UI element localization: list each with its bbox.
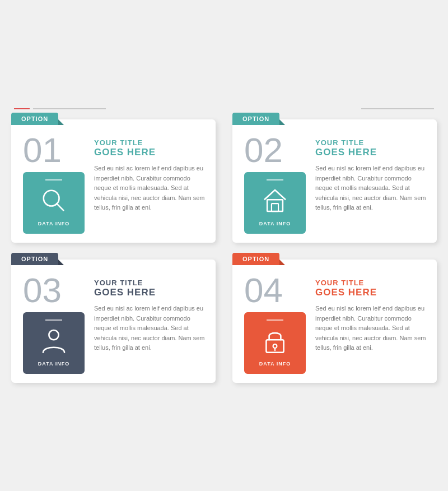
- card-1-title-1: YOUR TITLE: [94, 138, 207, 147]
- cards-grid: OPTION 01 DATA INFO YOUR TITLE GO: [11, 119, 437, 383]
- card-2-inner: 02 DATA INFO YOUR TITLE GOES HERE: [232, 119, 437, 243]
- card-2-right: YOUR TITLE GOES HERE Sed eu nisl ac lore…: [315, 133, 428, 234]
- card-2-body: Sed eu nisl ac lorem leif end dapibus eu…: [315, 164, 428, 213]
- card-2-tab: OPTION: [232, 113, 279, 125]
- card-1-icon-line: [45, 179, 62, 180]
- house-icon: [260, 186, 290, 215]
- card-4-title-1: YOUR TITLE: [315, 279, 428, 287]
- card-2-icon-line: [267, 179, 283, 180]
- svg-line-1: [57, 203, 63, 210]
- card-3: OPTION 03 DATA INFO YOUR TITLE GO: [11, 260, 216, 383]
- card-3-icon-label: DATA INFO: [38, 361, 69, 367]
- card-2-icon-label: DATA INFO: [259, 221, 291, 226]
- card-1-left: 01 DATA INFO: [20, 133, 87, 234]
- card-4-title-2: GOES HERE: [315, 287, 428, 298]
- page-wrapper: OPTION 01 DATA INFO YOUR TITLE GO: [11, 108, 437, 383]
- card-1-right: YOUR TITLE GOES HERE Sed eu nisl ac lore…: [94, 133, 207, 234]
- card-3-inner: 03 DATA INFO YOUR TITLE GOES HERE Sed eu…: [11, 260, 216, 383]
- deco-red-line: [14, 108, 30, 109]
- person-icon: [39, 326, 68, 355]
- card-4-left: 04 DATA INFO: [241, 273, 309, 374]
- search-icon: [39, 186, 68, 215]
- card-3-icon-line: [45, 319, 62, 321]
- card-1-title-2: GOES HERE: [94, 147, 207, 158]
- card-4-icon-line: [267, 319, 283, 321]
- card-1-inner: 01 DATA INFO YOUR TITLE GOES HERE Sed eu…: [11, 119, 216, 243]
- deco-gray-line-right: [361, 108, 434, 109]
- card-3-body: Sed eu nisl ac lorem leif end dapibus eu…: [94, 304, 207, 353]
- card-2-title-2: GOES HERE: [315, 147, 428, 158]
- card-4-inner: 04 DATA INFO YOUR TITLE GOES: [232, 260, 437, 383]
- card-3-title-1: YOUR TITLE: [94, 279, 207, 287]
- card-1-icon-label: DATA INFO: [38, 221, 69, 226]
- card-2: OPTION 02 DATA INFO YOUR TIT: [232, 119, 437, 243]
- lock-icon: [260, 326, 290, 355]
- svg-rect-3: [272, 203, 278, 211]
- card-4-right: YOUR TITLE GOES HERE Sed eu nisl ac lore…: [315, 273, 428, 374]
- svg-rect-2: [267, 200, 283, 211]
- card-1-tab: OPTION: [11, 113, 58, 125]
- card-3-number: 03: [23, 273, 62, 308]
- card-1-icon-box: DATA INFO: [23, 172, 85, 234]
- card-4-icon-label: DATA INFO: [259, 361, 291, 367]
- card-1: OPTION 01 DATA INFO YOUR TITLE GO: [11, 119, 216, 243]
- deco-right: [361, 108, 434, 109]
- card-4-body: Sed eu nisl ac lorem leif end dapibus eu…: [315, 304, 428, 353]
- card-3-title-2: GOES HERE: [94, 287, 207, 298]
- card-2-icon-box: DATA INFO: [244, 172, 306, 234]
- card-4-tab: OPTION: [232, 253, 279, 265]
- card-2-title-1: YOUR TITLE: [315, 138, 428, 147]
- card-3-right: YOUR TITLE GOES HERE Sed eu nisl ac lore…: [94, 273, 207, 374]
- card-4: OPTION 04 DATA INFO: [232, 260, 437, 383]
- card-3-icon-box: DATA INFO: [23, 312, 85, 374]
- card-1-number: 01: [23, 133, 62, 168]
- card-2-left: 02 DATA INFO: [241, 133, 309, 234]
- deco-left: [14, 108, 106, 109]
- deco-top-lines: [11, 108, 437, 109]
- card-4-number: 04: [244, 273, 283, 308]
- card-1-body: Sed eu nisl ac lorem leif end dapibus eu…: [94, 164, 207, 213]
- card-2-number: 02: [244, 133, 283, 168]
- card-3-left: 03 DATA INFO: [20, 273, 87, 374]
- deco-gray-line-left: [33, 108, 106, 109]
- card-4-icon-box: DATA INFO: [244, 312, 306, 374]
- card-3-tab: OPTION: [11, 253, 58, 265]
- svg-point-4: [49, 330, 58, 340]
